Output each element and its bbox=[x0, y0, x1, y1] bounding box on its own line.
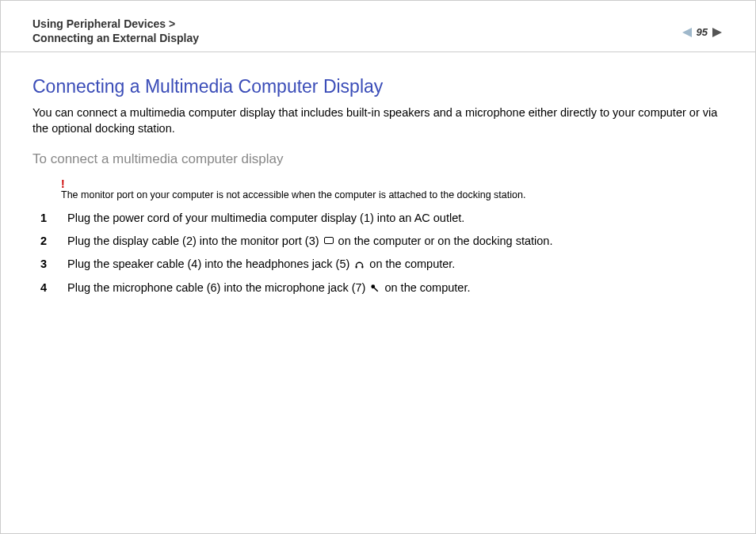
page-navigation: 95 bbox=[681, 17, 724, 38]
warning-note: ! The monitor port on your computer is n… bbox=[61, 178, 724, 200]
breadcrumb-line2: Connecting an External Display bbox=[32, 31, 199, 45]
steps-list: 1 Plug the power cord of your multimedia… bbox=[32, 210, 724, 297]
svg-rect-1 bbox=[362, 265, 364, 268]
list-item: 3 Plug the speaker cable (4) into the he… bbox=[32, 256, 724, 273]
step-text: Plug the display cable (2) into the moni… bbox=[67, 233, 552, 249]
list-item: 4 Plug the microphone cable (6) into the… bbox=[32, 280, 724, 296]
list-item: 1 Plug the power cord of your multimedia… bbox=[32, 210, 724, 226]
step-text: Plug the power cord of your multimedia c… bbox=[67, 210, 464, 226]
breadcrumb: Using Peripheral Devices > Connecting an… bbox=[32, 17, 199, 45]
step-number: 1 bbox=[40, 210, 55, 226]
list-item: 2 Plug the display cable (2) into the mo… bbox=[32, 233, 724, 249]
intro-paragraph: You can connect a multimedia computer di… bbox=[32, 105, 724, 136]
svg-rect-0 bbox=[356, 265, 357, 268]
breadcrumb-line1: Using Peripheral Devices > bbox=[32, 17, 199, 31]
svg-line-3 bbox=[375, 288, 379, 292]
step-text: Plug the microphone cable (6) into the m… bbox=[67, 280, 470, 296]
step-number: 3 bbox=[40, 256, 55, 272]
warning-text: The monitor port on your computer is not… bbox=[61, 189, 724, 200]
step-number: 4 bbox=[40, 280, 55, 296]
page-title: Connecting a Multimedia Computer Display bbox=[32, 76, 724, 97]
warning-mark-icon: ! bbox=[61, 178, 724, 189]
microphone-jack-icon bbox=[370, 280, 380, 296]
step-text: Plug the speaker cable (4) into the head… bbox=[67, 256, 455, 273]
prev-page-arrow-icon[interactable] bbox=[681, 28, 692, 37]
page-number: 95 bbox=[697, 26, 708, 38]
headphones-jack-icon bbox=[354, 257, 365, 273]
section-subheading: To connect a multimedia computer display bbox=[32, 151, 724, 167]
page-content: Connecting a Multimedia Computer Display… bbox=[1, 52, 755, 296]
page-header: Using Peripheral Devices > Connecting an… bbox=[1, 1, 755, 52]
step-number: 2 bbox=[40, 233, 55, 249]
monitor-port-icon bbox=[324, 237, 334, 244]
next-page-arrow-icon[interactable] bbox=[712, 28, 724, 37]
